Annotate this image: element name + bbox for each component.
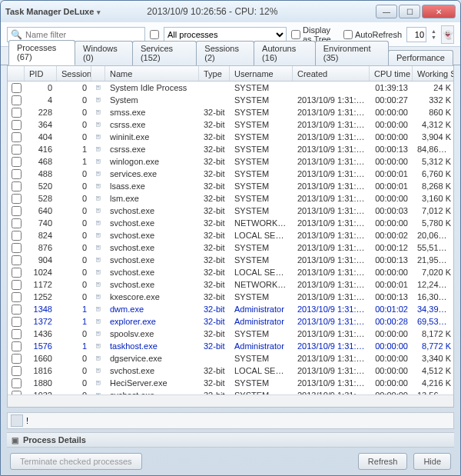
tab-5[interactable]: Environment (35) xyxy=(315,41,389,65)
row-checkbox[interactable] xyxy=(12,231,22,241)
row-checkbox[interactable] xyxy=(12,280,22,290)
spin-up-icon[interactable]: ▲ xyxy=(431,28,436,35)
table-row[interactable]: 4880services.exe32-bitSYSTEM2013/10/9 1:… xyxy=(8,168,453,180)
table-row[interactable]: 18800HeciServer.exe32-bitSYSTEM2013/10/9… xyxy=(8,377,453,389)
cell-workingset: 20,068 K xyxy=(413,231,453,240)
chevron-down-icon[interactable]: ▾ xyxy=(97,8,101,16)
table-row[interactable]: 2280smss.exe32-bitSYSTEM2013/10/9 1:31:0… xyxy=(8,106,453,118)
svg-rect-2 xyxy=(97,98,101,102)
row-checkbox[interactable] xyxy=(12,120,22,130)
table-row[interactable]: 11720svchost.exe32-bitNETWORK SER...2013… xyxy=(8,278,453,291)
table-row[interactable]: 19320svchost.exe32-bitSYSTEM2013/10/9 1:… xyxy=(8,389,453,394)
tab-6[interactable]: Performance xyxy=(388,50,453,65)
col-username[interactable]: Username xyxy=(230,66,293,81)
row-checkbox[interactable] xyxy=(12,243,22,253)
name-filter-input[interactable] xyxy=(25,30,133,39)
titlebar[interactable]: Task Manager DeLuxe▾ 2013/10/9 10:26:56 … xyxy=(1,1,460,22)
process-details-header[interactable]: ▣ Process Details xyxy=(7,432,454,448)
close-button[interactable]: ✕ xyxy=(422,5,456,18)
horizontal-scrollbar[interactable] xyxy=(8,394,453,407)
table-row[interactable]: 4161csrss.exe32-bitSYSTEM2013/10/9 1:31:… xyxy=(8,143,453,155)
row-checkbox[interactable] xyxy=(12,108,22,118)
svg-rect-12 xyxy=(97,160,101,164)
table-row[interactable]: 9040svchost.exe32-bitSYSTEM2013/10/9 1:3… xyxy=(8,254,453,266)
row-checkbox[interactable] xyxy=(12,378,22,388)
tab-0[interactable]: Processes (67) xyxy=(8,40,75,65)
row-checkbox[interactable] xyxy=(12,218,22,228)
row-checkbox[interactable] xyxy=(12,268,22,278)
grid-body[interactable]: 00System Idle ProcessSYSTEM01:39:1324 K4… xyxy=(8,82,453,394)
name-filter-check[interactable] xyxy=(150,30,159,39)
row-checkbox[interactable] xyxy=(12,292,22,302)
table-row[interactable]: 14360spoolsv.exe32-bitSYSTEM2013/10/9 1:… xyxy=(8,328,453,340)
row-checkbox[interactable] xyxy=(12,255,22,265)
table-row[interactable]: 00System Idle ProcessSYSTEM01:39:1324 K xyxy=(8,82,453,94)
row-checkbox[interactable] xyxy=(12,132,22,142)
autorefresh-check[interactable]: AutoRefresh xyxy=(343,30,402,39)
table-row[interactable]: 13721explorer.exe32-bitAdministrator2013… xyxy=(8,315,453,328)
process-filter-select[interactable]: All processes xyxy=(164,27,287,42)
table-row[interactable]: 18160svchost.exe32-bitLOCAL SERVICE2013/… xyxy=(8,364,453,377)
tab-1[interactable]: Windows (0) xyxy=(75,41,133,65)
cell-session: 0 xyxy=(57,194,91,203)
row-checkbox[interactable] xyxy=(12,317,22,327)
row-checkbox[interactable] xyxy=(12,145,22,155)
row-checkbox[interactable] xyxy=(12,341,22,351)
row-checkbox[interactable] xyxy=(12,181,22,191)
svg-rect-44 xyxy=(97,357,101,361)
tab-2[interactable]: Services (152) xyxy=(132,41,197,65)
table-row[interactable]: 8760svchost.exe32-bitSYSTEM2013/10/9 1:3… xyxy=(8,241,453,254)
row-checkbox[interactable] xyxy=(12,206,22,216)
table-row[interactable]: 5280lsm.exe32-bitSYSTEM2013/10/9 1:31:10… xyxy=(8,192,453,205)
row-checkbox[interactable] xyxy=(12,169,22,179)
refresh-interval-input[interactable] xyxy=(406,27,426,42)
spin-down-icon[interactable]: ▼ xyxy=(431,35,436,41)
hide-button[interactable]: Hide xyxy=(413,453,451,470)
row-checkbox[interactable] xyxy=(12,354,22,364)
table-row[interactable]: 8240svchost.exe32-bitLOCAL SERVICE2013/1… xyxy=(8,229,453,241)
cell-workingset: 332 K xyxy=(413,95,453,105)
table-row[interactable]: 6400svchost.exe32-bitSYSTEM2013/10/9 1:3… xyxy=(8,205,453,217)
minimize-button[interactable]: — xyxy=(376,5,397,18)
table-row[interactable]: 3640csrss.exe32-bitSYSTEM2013/10/9 1:31:… xyxy=(8,118,453,131)
row-checkbox[interactable] xyxy=(12,83,22,93)
tab-4[interactable]: Autoruns (16) xyxy=(254,41,316,65)
cell-session: 0 xyxy=(57,280,91,289)
table-row[interactable]: 12520kxescore.exe32-bitSYSTEM2013/10/9 1… xyxy=(8,291,453,303)
tab-3[interactable]: Sessions (2) xyxy=(196,41,254,65)
table-row[interactable]: 10240svchost.exe32-bitLOCAL SERVICE2013/… xyxy=(8,266,453,278)
cell-session: 0 xyxy=(57,255,91,265)
row-checkbox[interactable] xyxy=(12,194,22,204)
table-row[interactable]: 16600dgservice.exeSYSTEM2013/10/9 1:31:1… xyxy=(8,352,453,364)
col-created[interactable]: Created xyxy=(293,66,370,81)
cell-username: SYSTEM xyxy=(230,354,293,363)
maximize-button[interactable]: ☐ xyxy=(399,5,420,18)
refresh-button[interactable]: Refresh xyxy=(358,453,408,470)
table-row[interactable]: 7400svchost.exe32-bitNETWORK SER...2013/… xyxy=(8,217,453,229)
col-cputime[interactable]: CPU time xyxy=(370,66,413,81)
grid-header[interactable]: PID Session Name Type Username Created C… xyxy=(8,66,453,82)
table-row[interactable]: 5200lsass.exe32-bitSYSTEM2013/10/9 1:31:… xyxy=(8,180,453,192)
row-checkbox[interactable] xyxy=(12,329,22,339)
row-checkbox[interactable] xyxy=(12,95,22,105)
terminate-button[interactable]: Terminate checked processes xyxy=(10,453,142,470)
svg-rect-45 xyxy=(98,358,99,358)
process-type-icon xyxy=(91,119,105,130)
table-row[interactable]: 4040wininit.exe32-bitSYSTEM2013/10/9 1:3… xyxy=(8,131,453,143)
expand-icon[interactable]: ▣ xyxy=(12,436,18,444)
cell-username: LOCAL SERVICE xyxy=(230,366,293,375)
col-pid[interactable]: PID xyxy=(25,66,57,81)
ghost-button[interactable]: 👻 xyxy=(441,25,454,44)
table-row[interactable]: 13481dwm.exe32-bitAdministrator2013/10/9… xyxy=(8,303,453,315)
row-checkbox[interactable] xyxy=(12,305,22,315)
table-row[interactable]: 4681winlogon.exe32-bitSYSTEM2013/10/9 1:… xyxy=(8,155,453,168)
col-name[interactable]: Name xyxy=(105,66,199,81)
col-type[interactable]: Type xyxy=(199,66,230,81)
col-session[interactable]: Session xyxy=(57,66,91,81)
row-checkbox[interactable] xyxy=(12,157,22,167)
table-row[interactable]: 15761taskhost.exe32-bitAdministrator2013… xyxy=(8,340,453,352)
row-checkbox[interactable] xyxy=(12,366,22,376)
col-workingset[interactable]: Working Set xyxy=(413,66,454,81)
svg-rect-31 xyxy=(98,271,99,272)
table-row[interactable]: 40SystemSYSTEM2013/10/9 1:31:0600:00:273… xyxy=(8,94,453,106)
